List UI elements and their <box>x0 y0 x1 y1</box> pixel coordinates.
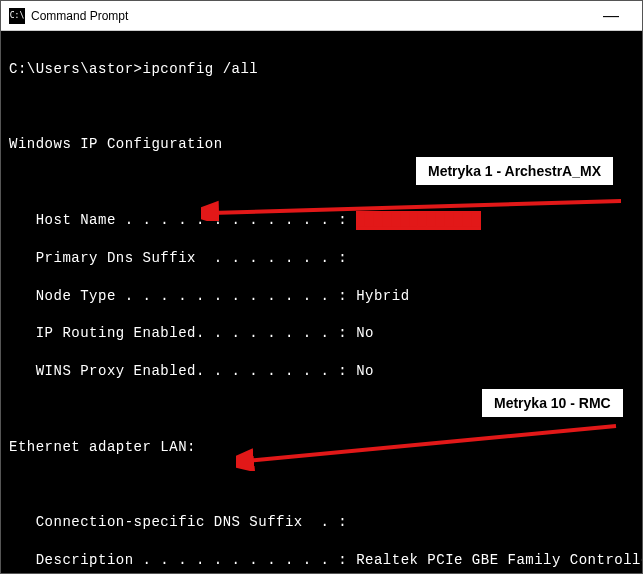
wins-proxy-value: No <box>356 362 374 381</box>
node-type-label: Node Type . . . . . . . . . . . . : <box>9 287 356 306</box>
node-type-value: Hybrid <box>356 287 409 306</box>
prompt-path: C:\Users\astor> <box>9 60 143 79</box>
window-title: Command Prompt <box>31 9 588 23</box>
ip-routing-label: IP Routing Enabled. . . . . . . . : <box>9 324 356 343</box>
eth-desc-label: Description . . . . . . . . . . . : <box>9 551 356 570</box>
hostname-label: Host Name . . . . . . . . . . . . : <box>9 211 356 230</box>
cmd-icon: C:\ <box>9 8 25 24</box>
hostname-value: ██████████████ <box>356 211 481 230</box>
wins-proxy-label: WINS Proxy Enabled. . . . . . . . : <box>9 362 356 381</box>
section-header: Windows IP Configuration <box>9 135 634 154</box>
eth-dns-suffix: Connection-specific DNS Suffix . : <box>9 513 634 532</box>
window-titlebar: C:\ Command Prompt — <box>1 1 642 31</box>
ip-routing-value: No <box>356 324 374 343</box>
minimize-button[interactable]: — <box>588 7 634 25</box>
annotation-2: Metryka 10 - RMC <box>481 388 624 418</box>
console-output[interactable]: C:\Users\astor>ipconfig /all Windows IP … <box>1 31 642 574</box>
prompt-command: ipconfig /all <box>143 60 259 79</box>
annotation-1: Metryka 1 - ArchestrA_MX <box>415 156 614 186</box>
eth-desc-value: Realtek PCIe GBE Family Controller <box>356 551 643 570</box>
primary-dns-suffix: Primary Dns Suffix . . . . . . . : <box>9 249 634 268</box>
eth-adapter-header: Ethernet adapter LAN: <box>9 438 634 457</box>
